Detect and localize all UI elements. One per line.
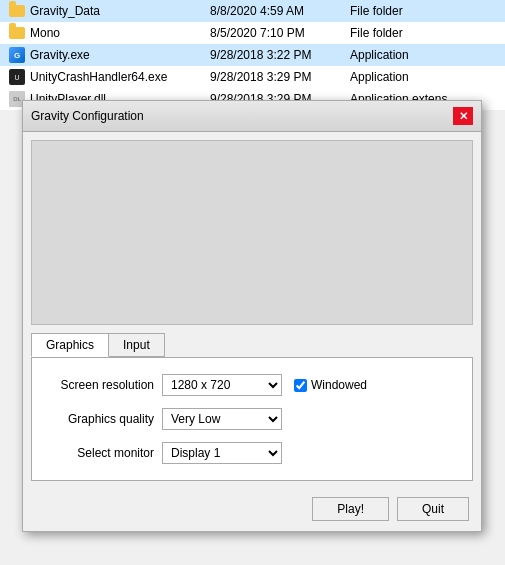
folder-icon xyxy=(8,24,26,42)
file-date: 8/5/2020 7:10 PM xyxy=(210,26,350,40)
tabs-area: Graphics Input xyxy=(23,325,481,357)
gravity-config-dialog: Gravity Configuration ✕ Graphics Input S… xyxy=(22,100,482,532)
tabs: Graphics Input xyxy=(31,333,473,357)
dialog-title: Gravity Configuration xyxy=(31,109,144,123)
graphics-quality-label: Graphics quality xyxy=(44,412,154,426)
file-date: 9/28/2018 3:22 PM xyxy=(210,48,350,62)
select-monitor-select[interactable]: Display 1 Display 2 xyxy=(162,442,282,464)
file-name: Gravity.exe xyxy=(30,48,210,62)
play-button[interactable]: Play! xyxy=(312,497,389,521)
dialog-footer: Play! Quit xyxy=(23,489,481,531)
preview-area xyxy=(31,140,473,325)
file-row-selected[interactable]: G Gravity.exe 9/28/2018 3:22 PM Applicat… xyxy=(0,44,505,66)
screen-resolution-select[interactable]: 640 x 480 800 x 600 1024 x 768 1280 x 72… xyxy=(162,374,282,396)
close-button[interactable]: ✕ xyxy=(453,107,473,125)
windowed-checkbox[interactable] xyxy=(294,379,307,392)
file-date: 8/8/2020 4:59 AM xyxy=(210,4,350,18)
select-monitor-label: Select monitor xyxy=(44,446,154,460)
folder-icon xyxy=(8,2,26,20)
dialog-titlebar: Gravity Configuration ✕ xyxy=(23,101,481,132)
file-type: File folder xyxy=(350,4,497,18)
file-name: Mono xyxy=(30,26,210,40)
windowed-label: Windowed xyxy=(311,378,367,392)
file-explorer: Gravity_Data 8/8/2020 4:59 AM File folde… xyxy=(0,0,505,110)
quit-button[interactable]: Quit xyxy=(397,497,469,521)
file-type: Application xyxy=(350,48,497,62)
windowed-area: Windowed xyxy=(294,378,367,392)
file-name: UnityCrashHandler64.exe xyxy=(30,70,210,84)
select-monitor-row: Select monitor Display 1 Display 2 xyxy=(44,442,460,464)
file-name: Gravity_Data xyxy=(30,4,210,18)
graphics-quality-row: Graphics quality Very Low Low Medium Hig… xyxy=(44,408,460,430)
file-row[interactable]: U UnityCrashHandler64.exe 9/28/2018 3:29… xyxy=(0,66,505,88)
screen-resolution-row: Screen resolution 640 x 480 800 x 600 10… xyxy=(44,374,460,396)
file-type: File folder xyxy=(350,26,497,40)
app-icon: G xyxy=(8,46,26,64)
file-date: 9/28/2018 3:29 PM xyxy=(210,70,350,84)
file-list: Gravity_Data 8/8/2020 4:59 AM File folde… xyxy=(0,0,505,110)
file-type: Application xyxy=(350,70,497,84)
unity-icon: U xyxy=(8,68,26,86)
settings-panel: Screen resolution 640 x 480 800 x 600 10… xyxy=(31,357,473,481)
tab-input[interactable]: Input xyxy=(108,333,165,357)
file-row[interactable]: Mono 8/5/2020 7:10 PM File folder xyxy=(0,22,505,44)
screen-resolution-label: Screen resolution xyxy=(44,378,154,392)
file-row[interactable]: Gravity_Data 8/8/2020 4:59 AM File folde… xyxy=(0,0,505,22)
graphics-quality-select[interactable]: Very Low Low Medium High Very High Ultra xyxy=(162,408,282,430)
tab-graphics[interactable]: Graphics xyxy=(31,333,109,357)
